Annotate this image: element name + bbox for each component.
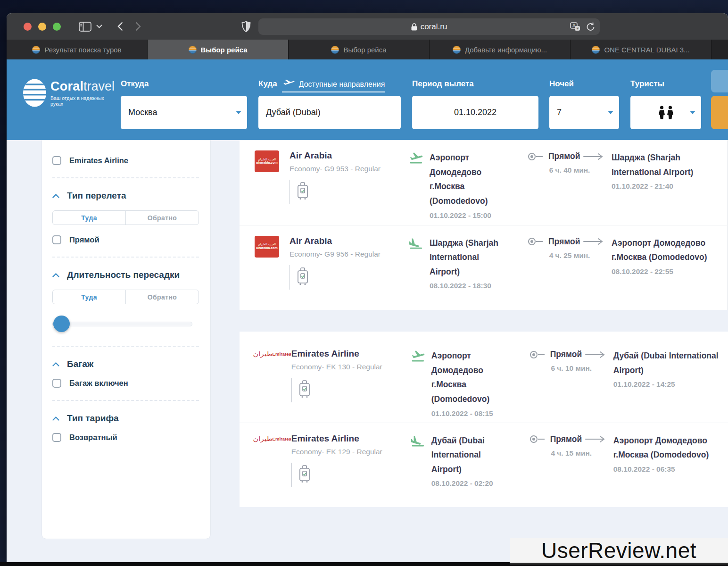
flight-duration: 6 ч. 10 мин. <box>529 364 613 373</box>
header-search-button[interactable] <box>711 96 728 129</box>
departure-datetime: 01.10.2022 - 15:00 <box>430 211 511 220</box>
filter-section-baggage[interactable]: Багаж <box>52 359 199 369</box>
filter-direct[interactable]: Прямой <box>52 235 199 244</box>
coral-favicon-icon <box>32 46 40 54</box>
search-header: Coraltravel Ваш отдых в надежных руках О… <box>7 59 728 140</box>
userreview-watermark: UserReview.net <box>510 538 728 565</box>
slider-track[interactable] <box>52 322 192 326</box>
from-value: Москва <box>128 108 157 117</box>
tab-outbound[interactable]: Туда <box>53 290 126 304</box>
route-arrow-icon <box>585 435 606 443</box>
route-origin-icon <box>528 237 546 246</box>
route-origin-icon <box>528 152 546 161</box>
traffic-lights <box>24 23 61 31</box>
emirates-logo: طيران Emirates <box>255 435 291 442</box>
tab-flight-selection-2[interactable]: Выбор рейса <box>289 40 430 59</box>
plane-landing-icon <box>409 237 424 250</box>
header-secondary-button[interactable] <box>711 70 728 92</box>
tab-search-results[interactable]: Результат поиска туров <box>7 40 148 59</box>
route-arrow-icon <box>583 153 604 160</box>
checkbox-icon[interactable] <box>52 235 61 244</box>
route-arrow-icon <box>585 351 606 358</box>
translate-icon[interactable]: A ✳ <box>570 22 581 32</box>
logo-brand-bold: Coral <box>50 79 83 93</box>
tab-add-information[interactable]: Добавьте информацию... <box>430 40 571 59</box>
chevron-up-icon <box>52 416 59 421</box>
to-select[interactable]: Дубай (Dubai) <box>258 96 401 129</box>
tab-flight-selection-active[interactable]: Выбор рейса <box>148 40 289 59</box>
chevron-down-icon[interactable] <box>96 25 102 28</box>
from-select[interactable]: Москва <box>121 96 247 129</box>
zoom-window-button[interactable] <box>53 23 61 31</box>
tab-return[interactable]: Обратно <box>126 290 199 304</box>
privacy-shield-icon[interactable] <box>241 21 251 33</box>
departure-datetime: 08.10.2022 - 02:20 <box>431 479 513 488</box>
period-value: 01.10.2022 <box>454 108 496 117</box>
flight-class: Economy- EK 129 - Regular <box>291 448 406 456</box>
departure-datetime: 08.10.2022 - 18:30 <box>430 282 511 290</box>
browser-toolbar: coral.ru A ✳ <box>7 13 728 40</box>
coral-favicon-icon <box>592 46 600 54</box>
departure-airport: Дубай (Dubai International Airport) <box>431 433 513 477</box>
filter-baggage-included[interactable]: Багаж включен <box>52 379 199 388</box>
filter-section-flight-type[interactable]: Тип перелета <box>52 191 199 201</box>
logo-brand-light: travel <box>83 79 115 93</box>
tourists-select[interactable] <box>630 96 701 129</box>
arrival-datetime: 01.10.2022 - 21:40 <box>612 182 727 191</box>
slider-thumb[interactable] <box>53 316 70 332</box>
divider <box>52 257 199 258</box>
tab-bar: Результат поиска туров Выбор рейса Выбор… <box>7 40 728 59</box>
coral-travel-logo[interactable]: Coraltravel Ваш отдых в надежных руках <box>23 78 117 108</box>
route-type: Прямой <box>550 350 582 359</box>
filter-refundable[interactable]: Возвратный <box>52 433 199 442</box>
filter-section-layover[interactable]: Длительность пересадки <box>52 270 199 280</box>
nights-select[interactable]: 7 <box>549 96 619 129</box>
checkbox-icon[interactable] <box>52 156 61 165</box>
divider <box>52 177 199 178</box>
two-persons-icon <box>658 106 674 120</box>
air-arabia-logo: العربية للطيران airarabia.com <box>255 150 279 172</box>
airline-name: Emirates Airline <box>291 433 406 444</box>
arrival-airport: Аэропорт Домодедово г.Москва (Domodedovo… <box>612 236 721 265</box>
plane-landing-icon <box>411 434 426 448</box>
from-label: Откуда <box>121 79 149 89</box>
arrival-datetime: 08.10.2022 - 22:55 <box>612 267 727 276</box>
filter-emirates-airline[interactable]: Emirates Airline <box>52 156 199 165</box>
coral-oval-icon <box>23 78 47 108</box>
url-bar[interactable]: coral.ru A ✳ <box>258 18 600 35</box>
flight-card: العربية للطيران airarabia.com Air Arabia… <box>240 140 727 225</box>
back-button[interactable] <box>117 22 123 31</box>
tab-outbound[interactable]: Туда <box>53 211 126 225</box>
sidebar-toggle-icon[interactable] <box>79 22 91 32</box>
minimize-window-button[interactable] <box>38 23 46 31</box>
reload-icon[interactable] <box>587 22 595 31</box>
departure-airport: Шарджа (Sharjah International Airport) <box>430 236 511 279</box>
checkbox-icon[interactable] <box>52 379 61 388</box>
checkbox-icon[interactable] <box>52 433 61 442</box>
plane-icon <box>282 79 296 90</box>
period-input[interactable]: 01.10.2022 <box>412 96 538 129</box>
filter-section-tariff[interactable]: Тип тарифа <box>52 413 199 424</box>
svg-text:✳: ✳ <box>576 26 579 31</box>
route-origin-icon <box>529 435 547 443</box>
baggage-included-icon <box>290 265 311 290</box>
caret-down-icon <box>236 111 241 114</box>
available-destinations-link[interactable]: Доступные направления <box>282 79 385 92</box>
close-window-button[interactable] <box>24 23 32 31</box>
airline-name: Air Arabia <box>290 236 404 246</box>
coral-favicon-icon <box>453 46 461 54</box>
airline-name: Emirates Airline <box>291 349 406 359</box>
route-origin-icon <box>529 350 547 359</box>
forward-button[interactable] <box>135 22 141 31</box>
tab-one-central-dubai[interactable]: ONE CENTRAL DUBAI 3... <box>571 40 711 59</box>
route-type: Прямой <box>550 434 582 444</box>
baggage-included-icon <box>291 463 313 487</box>
tab-return[interactable]: Обратно <box>126 211 199 225</box>
flight-card: العربية للطيران airarabia.com Air Arabia… <box>240 225 727 310</box>
nights-label: Ночей <box>549 79 574 89</box>
plane-takeoff-icon <box>411 350 426 363</box>
layover-duration-slider[interactable] <box>52 315 199 333</box>
flight-group-air-arabia: العربية للطيران airarabia.com Air Arabia… <box>240 140 728 310</box>
period-label: Период вылета <box>412 79 474 89</box>
route-type: Прямой <box>548 237 580 247</box>
